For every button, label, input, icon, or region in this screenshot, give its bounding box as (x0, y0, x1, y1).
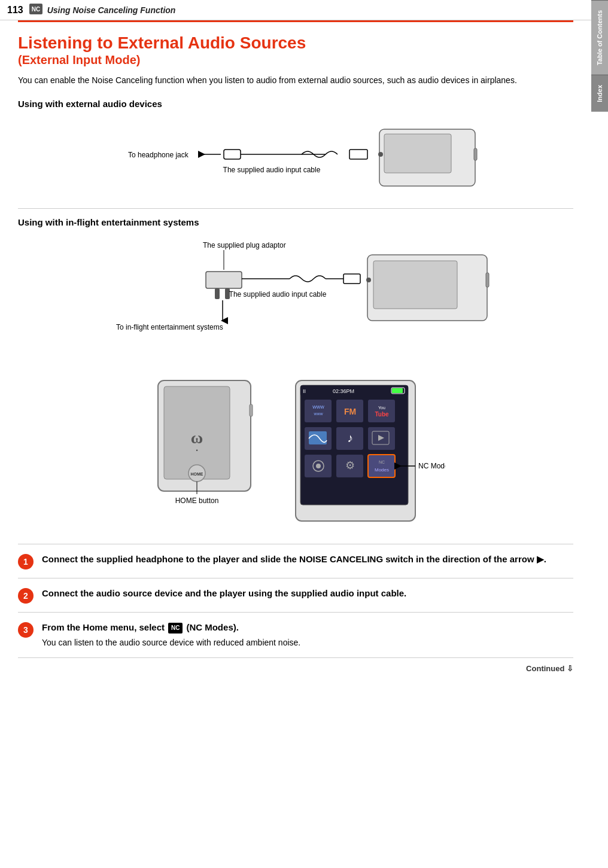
steps-section: 1 Connect the supplied headphone to the … (18, 544, 573, 659)
nc-icon-inline: NC (168, 623, 183, 634)
svg-text:www: www (313, 412, 323, 416)
diagram1-area: To headphone jack The supplied audio inp… (18, 118, 573, 196)
diagram2a-svg: The supplied plug adaptor To in-flight e… (86, 237, 505, 363)
svg-rect-58 (368, 455, 395, 477)
step-text-2: Connect the audio source device and the … (42, 587, 573, 601)
nc-modes-device: 02:36PM II www www FM You Tube (290, 374, 445, 532)
page-title-section: Listening to External Audio Sources (Ext… (18, 20, 573, 87)
svg-rect-38 (305, 400, 332, 422)
diagram2b-area: ω • HOME HOME button 02:36PM (18, 374, 573, 532)
svg-rect-19 (373, 261, 457, 309)
home-device-svg: ω • HOME HOME button (146, 374, 266, 506)
section2-heading: Using with in-flight entertainment syste… (18, 217, 573, 227)
home-device: ω • HOME HOME button (146, 374, 266, 506)
svg-rect-20 (486, 273, 489, 287)
step3-text-after: (NC Modes). (184, 622, 239, 632)
nc-modes-svg: 02:36PM II www www FM You Tube (290, 374, 445, 530)
step-item-1: 1 Connect the supplied headphone to the … (18, 544, 573, 578)
diagram1-label2: The supplied audio input cable (223, 166, 321, 174)
diagram2a-label3: To in-flight entertainment systems (116, 323, 223, 331)
nc-modes-label: NC Modes (418, 462, 445, 470)
step3-text-before: From the Home menu, select (42, 622, 167, 632)
svg-rect-5 (349, 150, 367, 159)
diagram1-label1: To headphone jack (128, 151, 189, 159)
svg-rect-3 (224, 150, 241, 159)
page-main-title: Listening to External Audio Sources (18, 33, 573, 53)
svg-rect-28 (250, 404, 253, 416)
svg-point-9 (378, 152, 383, 157)
page-subtitle: (External Input Mode) (18, 53, 573, 67)
step-circle-1: 1 (18, 554, 34, 569)
step-text-3: From the Home menu, select NC (NC Modes)… (42, 621, 573, 650)
section1-heading: Using with external audio devices (18, 99, 573, 109)
step3-sub-text: You can listen to the audio source devic… (42, 636, 573, 649)
svg-text:HOME button: HOME button (175, 497, 219, 505)
svg-rect-7 (384, 134, 451, 173)
svg-text:HOME: HOME (191, 472, 203, 476)
page-description: You can enable the Noise Canceling funct… (18, 74, 573, 87)
svg-text:FM: FM (344, 407, 356, 416)
svg-text:ω: ω (191, 428, 203, 447)
svg-text:NC: NC (31, 6, 39, 13)
header-bar: 113 NC Using Noise Canceling Function (0, 0, 608, 20)
svg-text:www: www (312, 404, 324, 410)
header-title: Using Noise Canceling Function (47, 5, 176, 15)
tab-index[interactable]: Index (591, 75, 608, 112)
svg-text:⚙: ⚙ (345, 459, 355, 471)
tab-table-of-contents[interactable]: Table of Contents (591, 0, 608, 75)
continued-arrow: ⇩ (567, 664, 573, 673)
step-item-2: 2 Connect the audio source device and th… (18, 578, 573, 612)
step-circle-3: 3 (18, 622, 34, 638)
nc-icon: NC (29, 4, 42, 16)
svg-text:•: • (196, 447, 197, 453)
svg-text:♪: ♪ (347, 431, 353, 444)
svg-point-55 (316, 464, 321, 468)
diagram2a-label1: The supplied plug adaptor (203, 241, 286, 249)
svg-rect-12 (215, 288, 220, 299)
continued-footer: Continued ⇩ (18, 658, 573, 673)
step-item-3: 3 From the Home menu, select NC (NC Mode… (18, 612, 573, 659)
main-content: Listening to External Audio Sources (Ext… (0, 20, 591, 691)
svg-text:02:36PM: 02:36PM (333, 388, 354, 394)
page-number: 113 (7, 5, 23, 16)
side-tabs: Table of Contents Index (591, 0, 608, 868)
diagram1-svg: To headphone jack The supplied audio inp… (104, 118, 487, 196)
svg-text:Tube: Tube (375, 411, 389, 418)
diagram2a-area: The supplied plug adaptor To in-flight e… (18, 237, 573, 363)
svg-text:NC: NC (379, 460, 385, 464)
svg-text:II: II (303, 388, 306, 394)
svg-text:Modes: Modes (375, 467, 389, 473)
svg-rect-11 (206, 272, 242, 288)
step-circle-2: 2 (18, 588, 34, 604)
svg-rect-8 (474, 148, 477, 160)
step-text-1: Connect the supplied headphone to the pl… (42, 553, 573, 567)
svg-rect-17 (343, 274, 360, 284)
svg-rect-37 (392, 388, 403, 393)
diagram2a-label2: The supplied audio input cable (229, 290, 327, 299)
svg-text:You: You (378, 406, 385, 410)
svg-point-21 (366, 278, 371, 282)
divider1 (18, 208, 573, 209)
